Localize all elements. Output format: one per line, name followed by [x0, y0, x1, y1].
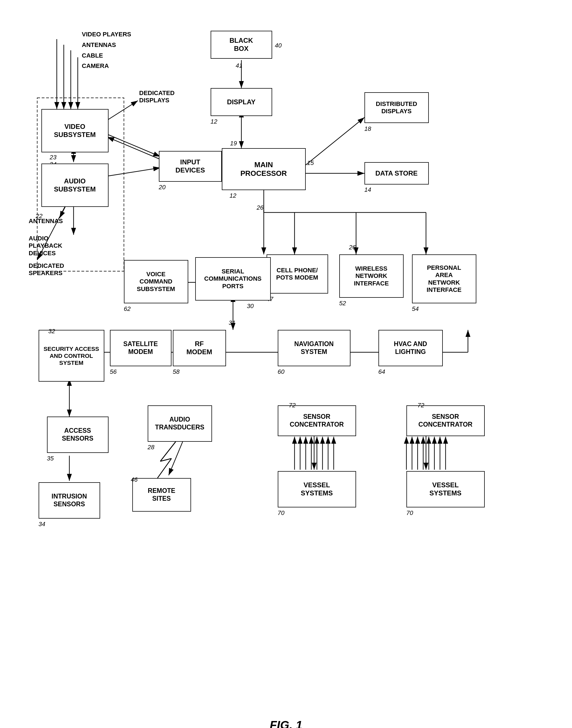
- black-box: BLACKBOX: [211, 31, 272, 59]
- svg-line-5: [306, 117, 364, 165]
- figure-label: FIG. 1: [0, 719, 572, 728]
- ref-18: 18: [364, 125, 371, 133]
- ref-62: 62: [124, 305, 131, 313]
- video-players-label: VIDEO PLAYERS: [82, 31, 131, 38]
- ref-52: 52: [339, 300, 346, 307]
- rf-modem-box: RFMODEM: [173, 330, 226, 366]
- cable-label: CABLE: [82, 52, 103, 59]
- ref-35: 35: [47, 455, 54, 462]
- svg-line-51: [107, 101, 138, 120]
- svg-line-9: [107, 168, 160, 176]
- camera-label: CAMERA: [82, 62, 109, 70]
- svg-line-58: [160, 442, 176, 461]
- ref-20: 20: [159, 184, 165, 191]
- ref-26a: 26: [257, 204, 264, 211]
- ref-26b: 26: [349, 244, 356, 251]
- diagram: BLACKBOX 40 41 DISPLAY 12 DISTRIBUTEDDIS…: [20, 17, 552, 702]
- dedicated-displays-label: DEDICATEDDISPLAYS: [139, 89, 175, 104]
- antennas1-label: ANTENNAS: [82, 42, 116, 49]
- data-store-box: DATA STORE: [364, 162, 429, 184]
- ref-54: 54: [412, 305, 419, 313]
- main-processor-box: MAINPROCESSOR: [222, 148, 306, 190]
- svg-line-57: [160, 459, 171, 461]
- ref-56: 56: [110, 368, 117, 376]
- remote-sites-box: REMOTESITES: [132, 478, 191, 512]
- satellite-modem-box: SATELLITEMODEM: [110, 330, 171, 366]
- ref-19: 19: [230, 140, 237, 147]
- svg-line-10: [107, 137, 160, 159]
- ref-12a: 12: [211, 118, 217, 125]
- dedicated-speakers-label: DEDICATEDSPEAKERS: [29, 262, 64, 277]
- input-devices-box: INPUTDEVICES: [159, 151, 222, 182]
- ref-30: 30: [247, 303, 254, 310]
- vessel-systems-1-box: VESSELSYSTEMS: [278, 471, 356, 507]
- ref-72a: 72: [289, 402, 296, 409]
- audio-playback-label: AUDIOPLAYBACKDEVICES: [29, 235, 62, 257]
- ref-60: 60: [278, 368, 284, 376]
- ref-64: 64: [378, 368, 385, 376]
- navigation-box: NAVIGATIONSYSTEM: [278, 330, 351, 366]
- vessel-systems-2-box: VESSELSYSTEMS: [407, 471, 485, 507]
- ref-72b: 72: [418, 402, 424, 409]
- hvac-box: HVAC ANDLIGHTING: [378, 330, 443, 366]
- ref-14: 14: [364, 186, 371, 193]
- security-access-box: SECURITY ACCESSAND CONTROLSYSTEM: [39, 330, 104, 382]
- ref-34: 34: [39, 520, 45, 528]
- antennas2-label: ANTENNAS: [29, 218, 63, 225]
- audio-subsystem-box: AUDIOSUBSYSTEM: [42, 164, 109, 207]
- ref-40: 40: [275, 42, 282, 49]
- personal-area-box: PERSONALAREANETWORKINTERFACE: [412, 254, 476, 303]
- cell-phone-modem-box: CELL PHONE/POTS MODEM: [267, 254, 328, 294]
- ref-31: 31: [229, 319, 235, 327]
- ref-70b: 70: [407, 509, 413, 517]
- ref-15: 15: [307, 159, 314, 167]
- ref-70a: 70: [278, 509, 284, 517]
- svg-line-56: [157, 459, 171, 478]
- ref-46: 46: [131, 476, 138, 483]
- distributed-displays-box: DISTRIBUTEDDISPLAYS: [364, 92, 429, 123]
- svg-line-28: [169, 442, 183, 475]
- video-subsystem-box: VIDEOSUBSYSTEM: [42, 109, 109, 152]
- sensor-concentrator-2-box: SENSORCONCENTRATOR: [407, 405, 485, 436]
- ref-58: 58: [173, 368, 180, 376]
- sensor-concentrator-1-box: SENSORCONCENTRATOR: [278, 405, 356, 436]
- serial-comms-box: SERIALCOMMUNICATIONSPORTS: [195, 257, 271, 301]
- display-box: DISPLAY: [211, 88, 272, 116]
- intrusion-sensors-box: INTRUSIONSENSORS: [39, 482, 100, 518]
- ref-41: 41: [236, 62, 242, 69]
- ref-28: 28: [148, 444, 154, 451]
- ref-32: 32: [48, 328, 55, 335]
- access-sensors-box: ACCESSSENSORS: [47, 417, 109, 453]
- wireless-network-box: WIRELESSNETWORKINTERFACE: [339, 254, 404, 298]
- voice-command-box: VOICECOMMANDSUBSYSTEM: [124, 260, 188, 303]
- ref-12b: 12: [230, 192, 236, 199]
- audio-transducers-box: AUDIOTRANSDUCERS: [148, 405, 212, 442]
- ref-23: 23: [50, 154, 57, 161]
- svg-line-8: [107, 134, 160, 157]
